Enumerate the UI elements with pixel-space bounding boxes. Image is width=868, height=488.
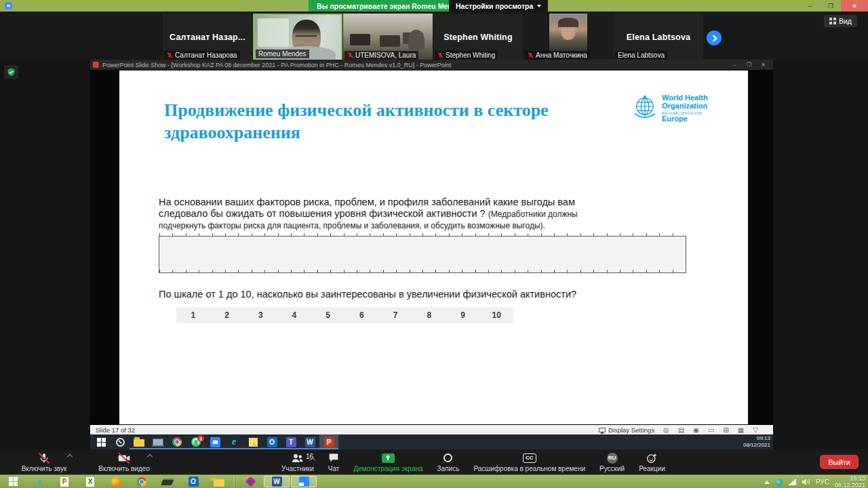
- taskbar-icons: [0, 475, 317, 488]
- restore-button[interactable]: ❐: [821, 0, 841, 12]
- share-screen-icon: [382, 452, 395, 464]
- excel-doc-icon[interactable]: [77, 475, 103, 488]
- reading-view-icon[interactable]: ▦: [738, 426, 744, 434]
- pen-tool-icon[interactable]: ◎: [663, 426, 669, 434]
- shared-screen: PowerPoint Slide Show - [Workshop KAZ PA…: [90, 60, 773, 449]
- chevron-up-icon[interactable]: [147, 454, 153, 460]
- network-strength-icon[interactable]: [788, 479, 796, 485]
- participant-name-text: Elena Labtsova: [618, 52, 665, 59]
- participant-tile-utemisova[interactable]: UTEMISOVA, Laura: [343, 14, 433, 61]
- keyboard-language-indicator[interactable]: РУС: [816, 479, 829, 486]
- camera-off-icon: [118, 452, 130, 464]
- who-logo-text: World Health Organization REGIONAL OFFIC…: [662, 94, 708, 123]
- search-icon[interactable]: [111, 434, 130, 449]
- firefox-icon[interactable]: [103, 475, 129, 488]
- scale-value: 1: [176, 310, 210, 320]
- zoom-icon[interactable]: [291, 476, 317, 487]
- view-layout-button[interactable]: Вид: [824, 15, 857, 27]
- taskbar-icons: [90, 434, 338, 449]
- tray-expand-icon[interactable]: [764, 481, 770, 484]
- start-icon[interactable]: [0, 475, 26, 488]
- participant-tile-anna[interactable]: Анна Маточкина: [524, 14, 613, 61]
- powerpoint-doc-icon[interactable]: [52, 475, 77, 488]
- participant-tile-saltanat[interactable]: Салтанат Назар... Салтанат Назарова: [163, 14, 252, 61]
- start-video-button[interactable]: Включить видео: [84, 449, 164, 474]
- slideshow-area: Продвижение физической активности в сект…: [90, 70, 773, 425]
- chrome-icon[interactable]: [129, 475, 155, 488]
- network-tray-icon[interactable]: [775, 479, 783, 486]
- slide-icon[interactable]: ▭: [708, 426, 714, 434]
- minimize-button[interactable]: –: [728, 62, 742, 68]
- leave-meeting-button[interactable]: Выйти: [820, 455, 859, 469]
- reactions-icon: [646, 452, 657, 464]
- notes-icon[interactable]: ▤: [678, 426, 684, 434]
- teams-icon[interactable]: [281, 434, 300, 449]
- view-options-button[interactable]: Настройки просмотра: [449, 0, 548, 12]
- shared-desktop-clock[interactable]: 09:13 08/12/2021: [743, 435, 770, 449]
- sticky-notes-icon[interactable]: [243, 434, 262, 449]
- rating-scale: 1 2 3 4 5 6 7 8 9 10: [176, 307, 513, 323]
- shared-desktop-taskbar: 3 09:13 08/12/2021: [90, 434, 773, 449]
- shared-date: 08/12/2021: [743, 442, 770, 449]
- audio-video-controls: Включить звук Включить видео: [4, 449, 164, 474]
- powerpoint-icon[interactable]: [319, 434, 338, 449]
- zoom-meeting-window: Вы просматриваете экран Romeu Mendes Нас…: [0, 0, 868, 488]
- slide-title: Продвижение физической активности в сект…: [164, 99, 632, 144]
- unmute-button[interactable]: Включить звук: [4, 449, 84, 474]
- share-screen-button[interactable]: Демонстрация экрана: [349, 449, 427, 474]
- chevron-up-icon[interactable]: [67, 454, 73, 460]
- start-icon[interactable]: [92, 434, 111, 449]
- word-icon[interactable]: [300, 434, 319, 449]
- record-button[interactable]: Запись: [433, 449, 465, 474]
- word-icon[interactable]: [264, 476, 290, 487]
- chrome-icon[interactable]: [167, 434, 186, 449]
- explorer-icon[interactable]: [130, 434, 149, 449]
- participant-tile-elena[interactable]: Elena Labtsova Elena Labtsova: [614, 14, 703, 61]
- outlook-icon[interactable]: [262, 434, 281, 449]
- minimize-button[interactable]: –: [800, 0, 821, 12]
- next-participants-button[interactable]: [707, 30, 722, 45]
- participant-tile-romeu[interactable]: Romeu Mendes: [253, 14, 342, 61]
- taskbar-clock[interactable]: 15:13 08.12.2021: [835, 475, 865, 488]
- participants-button[interactable]: 16 Участники: [277, 449, 319, 474]
- statusbar-tools: Display Settings ◎▤◉▭⊞▦▽: [599, 426, 758, 434]
- ie-icon[interactable]: [26, 475, 52, 488]
- funnel-icon[interactable]: ▽: [753, 426, 758, 434]
- chat-icon: [328, 452, 339, 464]
- muted-mic-icon: [167, 52, 173, 58]
- participant-tile-stephen[interactable]: Stephen Whiting Stephen Whiting: [433, 14, 523, 61]
- reactions-button[interactable]: Реакции: [634, 449, 670, 474]
- meeting-actions: 16 Участники Чат Демонстрация экрана За: [277, 449, 670, 474]
- chevron-right-icon: [710, 35, 717, 41]
- security-shield-icon[interactable]: [4, 65, 18, 79]
- restore-button[interactable]: ❐: [742, 62, 756, 68]
- answer-box: [159, 236, 686, 273]
- powerpoint-icon: [93, 62, 99, 68]
- live-transcript-button[interactable]: CC Расшифровка в реальном времени: [469, 449, 590, 474]
- photos-icon[interactable]: [237, 475, 263, 488]
- slide: Продвижение физической активности в сект…: [119, 70, 748, 424]
- muted-mic-icon: [528, 52, 534, 58]
- close-button[interactable]: ✕: [841, 0, 868, 12]
- ie-icon[interactable]: [224, 434, 243, 449]
- who-logo: World Health Organization REGIONAL OFFIC…: [632, 94, 708, 123]
- display-settings-label: Display Settings: [608, 426, 654, 434]
- close-button[interactable]: ✕: [756, 62, 770, 68]
- comments-icon[interactable]: ◉: [693, 426, 699, 434]
- participant-name-text: Анна Маточкина: [536, 52, 587, 59]
- scanner-icon[interactable]: [155, 475, 180, 488]
- volume-icon[interactable]: [802, 478, 810, 486]
- display-settings-button[interactable]: Display Settings: [599, 426, 654, 434]
- scale-value: 3: [243, 310, 277, 320]
- all-slides-icon[interactable]: ⊞: [723, 426, 728, 434]
- explorer-icon[interactable]: [206, 475, 232, 488]
- viewing-screen-label: Вы просматриваете экран Romeu Mendes: [309, 0, 473, 12]
- chevron-up-icon[interactable]: [310, 458, 315, 463]
- zoom-icon[interactable]: [205, 434, 224, 449]
- scale-value: 4: [277, 310, 311, 320]
- outlook-icon[interactable]: [180, 475, 206, 488]
- interpretation-button[interactable]: RU Русский: [595, 449, 629, 474]
- chat-button[interactable]: Чат: [323, 449, 344, 474]
- start-video-label: Включить видео: [98, 465, 150, 472]
- pc-icon[interactable]: [149, 434, 167, 449]
